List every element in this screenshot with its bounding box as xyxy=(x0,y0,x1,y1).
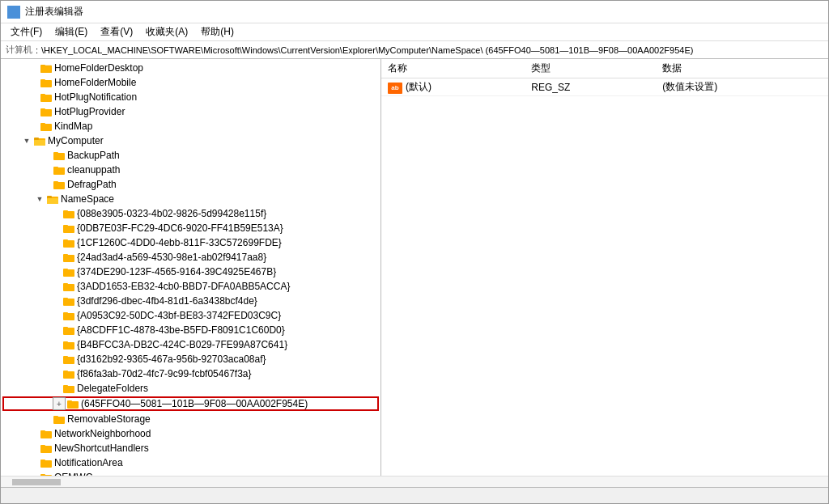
node-label: {3dfdf296-dbec-4fb4-81d1-6a3438bcf4de} xyxy=(77,295,257,307)
tree-node-namespace[interactable]: ▼ NameSpace xyxy=(1,192,380,206)
folder-icon xyxy=(40,91,53,103)
node-label: HomeFolderMobile xyxy=(54,77,136,88)
tree-node-new-shortcut-handlers[interactable]: NewShortcutHandlers xyxy=(1,441,380,455)
svg-rect-30 xyxy=(63,225,68,227)
svg-rect-23 xyxy=(53,181,58,184)
svg-rect-44 xyxy=(63,327,68,329)
svg-rect-17 xyxy=(34,140,45,146)
svg-rect-38 xyxy=(63,283,68,286)
folder-icon xyxy=(62,354,75,365)
tree-node-hotplug-provider[interactable]: HotPlugProvider xyxy=(1,104,380,119)
folder-icon xyxy=(62,295,75,307)
address-label: 计算机 xyxy=(6,44,32,56)
expander xyxy=(27,441,40,455)
tree-node-backuppath[interactable]: BackupPath xyxy=(1,148,380,163)
expander xyxy=(27,455,40,470)
expander xyxy=(27,90,40,104)
svg-rect-34 xyxy=(63,254,68,256)
node-label: NetworkNeighborhood xyxy=(54,428,151,439)
expander xyxy=(49,206,62,221)
node-label: MyComputer xyxy=(48,135,104,146)
node-label: {3ADD1653-EB32-4cb0-BBD7-DFA0ABB5ACCA} xyxy=(77,281,290,292)
node-label: {d3162b92-9365-467a-956b-92703aca08af} xyxy=(77,354,266,365)
title-bar: 注册表编辑器 xyxy=(1,1,828,23)
window-title: 注册表编辑器 xyxy=(25,5,83,19)
folder-icon xyxy=(62,208,75,219)
node-label: {f86fa3ab-70d2-4fc7-9c99-fcbf05467f3a} xyxy=(77,368,252,379)
node-label: {1CF1260C-4DD0-4ebb-811F-33C572699FDE} xyxy=(77,237,282,248)
tree-node-network-neighborhood[interactable]: NetworkNeighborhood xyxy=(1,426,380,441)
menu-view[interactable]: 查看(V) xyxy=(94,23,139,40)
folder-icon xyxy=(53,179,66,190)
tree-node-homefolder-mobile[interactable]: HomeFolderMobile xyxy=(1,75,380,90)
col-name: 名称 xyxy=(381,59,525,78)
svg-rect-0 xyxy=(9,7,13,11)
tree-node-guid2[interactable]: {0DB7E03F-FC29-4DC6-9020-FF41B59E513A} xyxy=(1,221,380,235)
tree-node-guid-selected[interactable]: + (645FFO40—5081—101B—9F08—00AA002F954E) xyxy=(2,396,379,411)
expander xyxy=(27,470,40,476)
scroll-thumb[interactable] xyxy=(12,479,61,485)
tree-node-removable-storage[interactable]: RemovableStorage xyxy=(1,412,380,426)
tree-node-guid3[interactable]: {1CF1260C-4DD0-4ebb-811F-33C572699FDE} xyxy=(1,235,380,250)
node-label: DelegateFolders xyxy=(77,383,148,394)
expander xyxy=(49,265,62,279)
menu-bar: 文件(F) 编辑(E) 查看(V) 收藏夹(A) 帮助(H) xyxy=(1,23,828,41)
node-label: HomeFolderDesktop xyxy=(54,62,143,74)
tree-node-homefolder-desktop[interactable]: HomeFolderDesktop xyxy=(1,61,380,75)
folder-icon xyxy=(62,222,75,234)
expander xyxy=(27,61,40,75)
menu-help[interactable]: 帮助(H) xyxy=(194,23,240,40)
tree-node-defragpath[interactable]: DefragPath xyxy=(1,177,380,192)
tree-node-kindmap[interactable]: KindMap xyxy=(1,119,380,133)
expander xyxy=(49,337,62,352)
svg-rect-60 xyxy=(40,445,45,447)
row-type: REG_SZ xyxy=(525,78,656,96)
col-type: 类型 xyxy=(525,59,656,78)
svg-rect-58 xyxy=(40,430,45,433)
tree-node-guid4[interactable]: {24ad3ad4-a569-4530-98e1-ab02f9417aa8} xyxy=(1,250,380,265)
menu-file[interactable]: 文件(F) xyxy=(4,23,49,40)
table-row[interactable]: ab(默认) REG_SZ (数值未设置) xyxy=(381,78,828,96)
folder-icon xyxy=(40,121,53,132)
svg-rect-50 xyxy=(63,371,68,373)
bottom-scrollbar[interactable] xyxy=(1,476,828,487)
svg-rect-16 xyxy=(34,138,39,140)
svg-rect-10 xyxy=(40,94,45,96)
scroll-track[interactable] xyxy=(12,479,817,485)
tree-node-mycomputer[interactable]: ▼ MyComputer xyxy=(1,133,380,148)
expander xyxy=(27,426,40,441)
tree-node-guid6[interactable]: {3ADD1653-EB32-4cb0-BBD7-DFA0ABB5ACCA} xyxy=(1,279,380,294)
tree-node-guid11[interactable]: {d3162b92-9365-467a-956b-92703aca08af} xyxy=(1,352,380,366)
tree-node-guid8[interactable]: {A0953C92-50DC-43bf-BE83-3742FED03C9C} xyxy=(1,308,380,323)
tree-node-cleanuppath[interactable]: cleanuppath xyxy=(1,163,380,177)
svg-rect-5 xyxy=(40,65,45,67)
address-bar: 计算机 : \HKEY_LOCAL_MACHINE\SOFTWARE\Micro… xyxy=(1,41,828,59)
tree-node-guid5[interactable]: {374DE290-123F-4565-9164-39C4925E467B} xyxy=(1,265,380,279)
node-label: {B4BFCC3A-DB2C-424C-B029-7FE99A87C641} xyxy=(77,339,287,350)
expander xyxy=(49,352,62,366)
node-label: NotificationArea xyxy=(54,457,123,468)
svg-rect-46 xyxy=(63,341,68,344)
tree-node-notification-area[interactable]: NotificationArea xyxy=(1,455,380,470)
tree-node-hotplug-notification[interactable]: HotPlugNotification xyxy=(1,90,380,104)
node-label: RemovableStorage xyxy=(67,413,151,425)
tree-node-guid10[interactable]: {B4BFCC3A-DB2C-424C-B029-7FE99A87C641} xyxy=(1,337,380,352)
svg-rect-62 xyxy=(40,460,45,462)
node-label: KindMap xyxy=(54,121,92,132)
tree-node-oemwc[interactable]: OEMWC xyxy=(1,470,380,476)
svg-rect-48 xyxy=(63,356,68,358)
menu-favorites[interactable]: 收藏夹(A) xyxy=(139,23,194,40)
menu-edit[interactable]: 编辑(E) xyxy=(49,23,94,40)
tree-node-guid9[interactable]: {A8CDFF1C-4878-43be-B5FD-F8091C1C60D0} xyxy=(1,323,380,337)
tree-node-guid12[interactable]: {f86fa3ab-70d2-4fc7-9c99-fcbf05467f3a} xyxy=(1,366,380,381)
address-path: \HKEY_LOCAL_MACHINE\SOFTWARE\Microsoft\W… xyxy=(41,45,693,55)
tree-node-guid1[interactable]: {088e3905-0323-4b02-9826-5d99428e115f} xyxy=(1,206,380,221)
registry-editor-window: 注册表编辑器 文件(F) 编辑(E) 查看(V) 收藏夹(A) 帮助(H) 计算… xyxy=(0,0,829,504)
expander xyxy=(49,279,62,294)
tree-node-delegatefolders[interactable]: DelegateFolders xyxy=(1,381,380,396)
tree-pane[interactable]: HomeFolderDesktop HomeFolderMobile HotPl… xyxy=(1,59,381,476)
svg-rect-3 xyxy=(15,13,19,17)
expander xyxy=(40,412,53,426)
node-label: HotPlugProvider xyxy=(54,106,125,117)
tree-node-guid7[interactable]: {3dfdf296-dbec-4fb4-81d1-6a3438bcf4de} xyxy=(1,294,380,308)
